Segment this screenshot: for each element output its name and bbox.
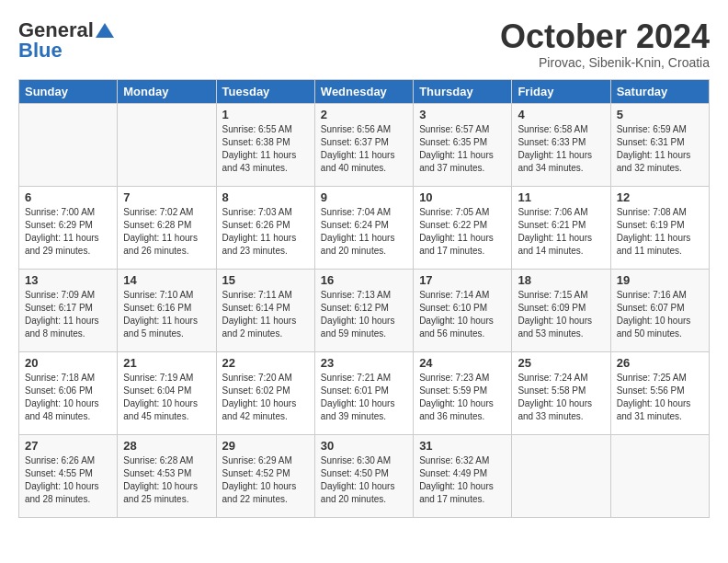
day-number: 9: [321, 190, 407, 204]
day-info: Sunrise: 7:25 AM Sunset: 5:56 PM Dayligh…: [617, 372, 703, 423]
day-info: Sunrise: 7:20 AM Sunset: 6:02 PM Dayligh…: [222, 372, 309, 423]
day-number: 1: [222, 108, 309, 121]
title-block: October 2024 Pirovac, Sibenik-Knin, Croa…: [500, 18, 710, 70]
calendar-cell: [610, 434, 709, 517]
day-number: 23: [321, 356, 407, 370]
day-info: Sunrise: 7:15 AM Sunset: 6:09 PM Dayligh…: [518, 289, 604, 340]
day-number: 29: [222, 439, 309, 453]
day-number: 18: [518, 273, 604, 287]
day-number: 24: [419, 356, 506, 370]
day-number: 19: [617, 273, 703, 287]
day-info: Sunrise: 6:26 AM Sunset: 4:55 PM Dayligh…: [25, 454, 111, 506]
week-row-1: 1Sunrise: 6:55 AM Sunset: 6:38 PM Daylig…: [19, 103, 710, 186]
day-info: Sunrise: 7:05 AM Sunset: 6:22 PM Dayligh…: [419, 206, 506, 258]
day-info: Sunrise: 7:03 AM Sunset: 6:26 PM Dayligh…: [222, 206, 309, 258]
calendar-cell: 18Sunrise: 7:15 AM Sunset: 6:09 PM Dayli…: [512, 269, 610, 351]
day-info: Sunrise: 6:29 AM Sunset: 4:52 PM Dayligh…: [222, 454, 309, 506]
day-info: Sunrise: 7:13 AM Sunset: 6:12 PM Dayligh…: [321, 289, 407, 340]
week-row-5: 27Sunrise: 6:26 AM Sunset: 4:55 PM Dayli…: [19, 434, 710, 517]
calendar-cell: 25Sunrise: 7:24 AM Sunset: 5:58 PM Dayli…: [512, 351, 610, 434]
calendar-cell: 6Sunrise: 7:00 AM Sunset: 6:29 PM Daylig…: [19, 186, 118, 269]
week-row-3: 13Sunrise: 7:09 AM Sunset: 6:17 PM Dayli…: [19, 269, 710, 351]
day-number: 20: [25, 356, 111, 370]
calendar-cell: [118, 103, 216, 186]
day-info: Sunrise: 6:57 AM Sunset: 6:35 PM Dayligh…: [419, 123, 506, 175]
day-number: 26: [617, 356, 703, 370]
day-info: Sunrise: 7:18 AM Sunset: 6:06 PM Dayligh…: [25, 372, 111, 423]
calendar-cell: 29Sunrise: 6:29 AM Sunset: 4:52 PM Dayli…: [216, 434, 314, 517]
logo-icon: [96, 23, 114, 38]
day-info: Sunrise: 6:56 AM Sunset: 6:37 PM Dayligh…: [321, 123, 407, 175]
day-info: Sunrise: 7:24 AM Sunset: 5:58 PM Dayligh…: [518, 372, 604, 423]
calendar-cell: [19, 103, 118, 186]
day-number: 3: [419, 108, 506, 121]
day-info: Sunrise: 7:14 AM Sunset: 6:10 PM Dayligh…: [419, 289, 506, 340]
calendar-cell: 19Sunrise: 7:16 AM Sunset: 6:07 PM Dayli…: [610, 269, 709, 351]
week-row-4: 20Sunrise: 7:18 AM Sunset: 6:06 PM Dayli…: [19, 351, 710, 434]
day-header-saturday: Saturday: [610, 79, 709, 103]
day-header-sunday: Sunday: [19, 79, 118, 103]
day-number: 11: [518, 190, 604, 204]
day-number: 2: [321, 108, 407, 121]
day-header-wednesday: Wednesday: [314, 79, 413, 103]
calendar-cell: 5Sunrise: 6:59 AM Sunset: 6:31 PM Daylig…: [610, 103, 709, 186]
day-info: Sunrise: 7:23 AM Sunset: 5:59 PM Dayligh…: [419, 372, 506, 423]
day-info: Sunrise: 7:00 AM Sunset: 6:29 PM Dayligh…: [25, 206, 111, 258]
day-info: Sunrise: 6:32 AM Sunset: 4:49 PM Dayligh…: [419, 454, 506, 506]
day-header-tuesday: Tuesday: [216, 79, 314, 103]
day-number: 31: [419, 439, 506, 453]
day-number: 7: [123, 190, 210, 204]
day-number: 28: [123, 439, 210, 453]
calendar-cell: 13Sunrise: 7:09 AM Sunset: 6:17 PM Dayli…: [19, 269, 118, 351]
calendar-cell: 22Sunrise: 7:20 AM Sunset: 6:02 PM Dayli…: [216, 351, 314, 434]
logo-blue: Blue: [18, 39, 63, 63]
calendar-cell: 16Sunrise: 7:13 AM Sunset: 6:12 PM Dayli…: [314, 269, 413, 351]
day-number: 15: [222, 273, 309, 287]
svg-marker-0: [96, 23, 114, 38]
day-number: 8: [222, 190, 309, 204]
day-header-friday: Friday: [512, 79, 610, 103]
day-number: 27: [25, 439, 111, 453]
day-info: Sunrise: 6:59 AM Sunset: 6:31 PM Dayligh…: [617, 123, 703, 175]
location: Pirovac, Sibenik-Knin, Croatia: [500, 55, 710, 70]
calendar-cell: 14Sunrise: 7:10 AM Sunset: 6:16 PM Dayli…: [118, 269, 216, 351]
calendar-cell: 30Sunrise: 6:30 AM Sunset: 4:50 PM Dayli…: [314, 434, 413, 517]
page-header: General Blue October 2024 Pirovac, Siben…: [18, 18, 710, 70]
calendar-cell: 7Sunrise: 7:02 AM Sunset: 6:28 PM Daylig…: [118, 186, 216, 269]
day-info: Sunrise: 7:21 AM Sunset: 6:01 PM Dayligh…: [321, 372, 407, 423]
month-title: October 2024: [500, 18, 710, 55]
calendar-cell: 27Sunrise: 6:26 AM Sunset: 4:55 PM Dayli…: [19, 434, 118, 517]
header-row: SundayMondayTuesdayWednesdayThursdayFrid…: [19, 79, 710, 103]
day-number: 14: [123, 273, 210, 287]
day-number: 10: [419, 190, 506, 204]
calendar-cell: [512, 434, 610, 517]
day-info: Sunrise: 7:08 AM Sunset: 6:19 PM Dayligh…: [617, 206, 703, 258]
day-info: Sunrise: 7:10 AM Sunset: 6:16 PM Dayligh…: [123, 289, 210, 340]
day-number: 12: [617, 190, 703, 204]
day-number: 4: [518, 108, 604, 121]
calendar-cell: 23Sunrise: 7:21 AM Sunset: 6:01 PM Dayli…: [314, 351, 413, 434]
day-info: Sunrise: 7:09 AM Sunset: 6:17 PM Dayligh…: [25, 289, 111, 340]
calendar-cell: 11Sunrise: 7:06 AM Sunset: 6:21 PM Dayli…: [512, 186, 610, 269]
day-info: Sunrise: 6:28 AM Sunset: 4:53 PM Dayligh…: [123, 454, 210, 506]
day-number: 16: [321, 273, 407, 287]
calendar-cell: 10Sunrise: 7:05 AM Sunset: 6:22 PM Dayli…: [414, 186, 512, 269]
day-info: Sunrise: 7:16 AM Sunset: 6:07 PM Dayligh…: [617, 289, 703, 340]
calendar-cell: 15Sunrise: 7:11 AM Sunset: 6:14 PM Dayli…: [216, 269, 314, 351]
calendar-cell: 8Sunrise: 7:03 AM Sunset: 6:26 PM Daylig…: [216, 186, 314, 269]
day-info: Sunrise: 7:04 AM Sunset: 6:24 PM Dayligh…: [321, 206, 407, 258]
day-number: 30: [321, 439, 407, 453]
calendar-cell: 26Sunrise: 7:25 AM Sunset: 5:56 PM Dayli…: [610, 351, 709, 434]
day-info: Sunrise: 6:30 AM Sunset: 4:50 PM Dayligh…: [321, 454, 407, 506]
day-number: 22: [222, 356, 309, 370]
calendar-cell: 17Sunrise: 7:14 AM Sunset: 6:10 PM Dayli…: [414, 269, 512, 351]
day-number: 21: [123, 356, 210, 370]
calendar-cell: 4Sunrise: 6:58 AM Sunset: 6:33 PM Daylig…: [512, 103, 610, 186]
calendar-table: SundayMondayTuesdayWednesdayThursdayFrid…: [18, 79, 710, 518]
day-number: 25: [518, 356, 604, 370]
day-number: 13: [25, 273, 111, 287]
day-info: Sunrise: 7:02 AM Sunset: 6:28 PM Dayligh…: [123, 206, 210, 258]
week-row-2: 6Sunrise: 7:00 AM Sunset: 6:29 PM Daylig…: [19, 186, 710, 269]
calendar-cell: 31Sunrise: 6:32 AM Sunset: 4:49 PM Dayli…: [414, 434, 512, 517]
day-number: 5: [617, 108, 703, 121]
